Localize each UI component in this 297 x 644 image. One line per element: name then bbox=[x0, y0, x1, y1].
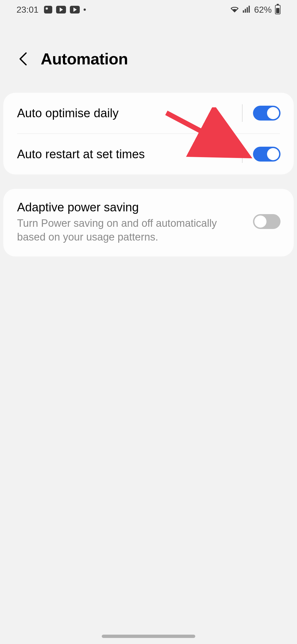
row-adaptive-power-saving[interactable]: Adaptive power saving Turn Power saving … bbox=[3, 189, 294, 256]
chevron-left-icon bbox=[19, 52, 28, 66]
status-time: 23:01 bbox=[16, 5, 38, 15]
row-title: Auto restart at set times bbox=[17, 146, 233, 162]
toggle-knob bbox=[267, 107, 279, 119]
svg-rect-2 bbox=[247, 7, 248, 13]
video-icon bbox=[56, 6, 66, 13]
svg-rect-3 bbox=[249, 6, 250, 12]
gallery-icon bbox=[44, 6, 52, 13]
row-title: Adaptive power saving bbox=[17, 199, 246, 215]
settings-group-power: Adaptive power saving Turn Power saving … bbox=[3, 189, 294, 256]
row-title: Auto optimise daily bbox=[17, 105, 233, 121]
status-left: 23:01 bbox=[16, 5, 86, 15]
row-auto-optimise-daily[interactable]: Auto optimise daily bbox=[3, 93, 294, 133]
wifi-icon bbox=[230, 5, 239, 15]
toggle-adaptive-power-saving[interactable] bbox=[253, 214, 280, 229]
video-icon bbox=[70, 6, 80, 13]
svg-rect-1 bbox=[245, 9, 246, 13]
settings-group-automation: Auto optimise daily Auto restart at set … bbox=[3, 93, 294, 174]
vertical-separator bbox=[242, 104, 243, 122]
signal-icon bbox=[243, 5, 251, 15]
battery-icon bbox=[275, 5, 280, 14]
toggle-auto-restart-at-set-times[interactable] bbox=[253, 147, 280, 162]
row-subtitle: Turn Power saving on and off automatical… bbox=[17, 217, 246, 244]
row-auto-restart-at-set-times[interactable]: Auto restart at set times bbox=[3, 134, 294, 174]
row-main: Auto restart at set times bbox=[17, 146, 233, 162]
row-main: Adaptive power saving Turn Power saving … bbox=[17, 199, 246, 244]
toggle-auto-optimise-daily[interactable] bbox=[253, 106, 280, 121]
page-header: Automation bbox=[0, 19, 297, 93]
gesture-nav-bar[interactable] bbox=[102, 635, 195, 638]
vertical-separator bbox=[242, 145, 243, 163]
back-button[interactable] bbox=[16, 52, 30, 66]
status-bar: 23:01 62% bbox=[0, 0, 297, 19]
svg-rect-0 bbox=[243, 10, 244, 12]
battery-percentage: 62% bbox=[254, 5, 272, 15]
status-right: 62% bbox=[230, 5, 280, 15]
toggle-knob bbox=[267, 148, 279, 160]
more-notifications-dot bbox=[84, 9, 86, 11]
toggle-knob bbox=[254, 215, 266, 228]
row-main: Auto optimise daily bbox=[17, 105, 233, 121]
page-title: Automation bbox=[41, 50, 128, 68]
